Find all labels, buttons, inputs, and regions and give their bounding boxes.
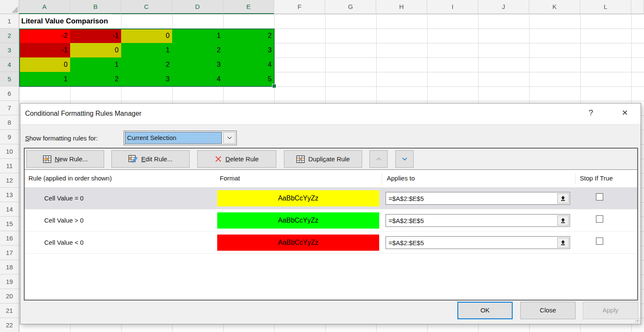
column-header-C[interactable]: C (121, 0, 172, 14)
delete-rule-button[interactable]: Delete Rule (197, 150, 276, 168)
row-header-21[interactable]: 21 (0, 303, 19, 318)
row-header-3[interactable]: 3 (0, 43, 19, 57)
ok-button[interactable]: OK (457, 302, 513, 319)
rule-row-cell-value-eq-0[interactable]: Cell Value = 0 AaBbCcYyZz =$A$2:$E$5 (25, 187, 637, 209)
row-header-8[interactable]: 8 (0, 115, 19, 130)
cell-D5[interactable]: 4 (172, 72, 223, 86)
header-divider (382, 173, 382, 184)
cell-B5[interactable]: 2 (70, 72, 121, 86)
new-rule-label: New Rule... (55, 155, 88, 163)
column-header-F[interactable]: F (274, 0, 325, 14)
range-picker-button[interactable] (557, 193, 569, 203)
rule-format-preview: AaBbCcYyZz (217, 190, 379, 206)
cell-E3[interactable]: 3 (223, 43, 274, 57)
row-header-13[interactable]: 13 (0, 188, 19, 202)
column-header-partial (631, 0, 644, 14)
rules-list: Rule (applied in order shown) Format App… (25, 170, 637, 300)
cell-E2[interactable]: 2 (223, 29, 274, 43)
fill-handle[interactable] (272, 84, 276, 88)
row-header-20[interactable]: 20 (0, 289, 19, 303)
row-header-14[interactable]: 14 (0, 202, 19, 217)
rule-row-cell-value-gt-0[interactable]: Cell Value > 0 AaBbCcYyZz =$A$2:$E$5 (25, 209, 637, 232)
row-headers: 12345678910111213141516171819202122 (0, 14, 19, 332)
cell-D4[interactable]: 3 (172, 57, 223, 72)
row-header-1[interactable]: 1 (0, 14, 19, 29)
cell-A5[interactable]: 1 (19, 72, 70, 86)
stop-if-true-checkbox[interactable] (596, 215, 603, 223)
rule-condition: Cell Value > 0 (44, 209, 84, 232)
column-header-D[interactable]: D (172, 0, 223, 14)
row-header-10[interactable]: 10 (0, 144, 19, 159)
close-icon[interactable]: ✕ (616, 108, 633, 120)
move-rule-down-button[interactable] (395, 150, 414, 168)
table-icon (43, 155, 51, 163)
cell-D2[interactable]: 1 (172, 29, 223, 43)
column-header-B[interactable]: B (70, 0, 121, 14)
row-header-19[interactable]: 19 (0, 275, 19, 289)
cell-A2[interactable]: -2 (19, 29, 70, 43)
row-header-6[interactable]: 6 (0, 86, 19, 101)
row-header-16[interactable]: 16 (0, 231, 19, 246)
cell-E4[interactable]: 4 (223, 57, 274, 72)
row-header-7[interactable]: 7 (0, 101, 19, 115)
row-header-2[interactable]: 2 (0, 29, 19, 43)
collapse-dialog-arrow-icon (560, 195, 566, 201)
cell-B3[interactable]: 0 (70, 43, 121, 57)
row-header-11[interactable]: 11 (0, 159, 19, 173)
range-picker-button[interactable] (557, 238, 569, 248)
cell-A3[interactable]: -1 (19, 43, 70, 57)
applies-to-input[interactable]: =$A$2:$E$5 (386, 214, 570, 227)
collapse-dialog-arrow-icon (560, 240, 566, 246)
column-header-L[interactable]: L (580, 0, 631, 14)
cell-C3[interactable]: 1 (121, 43, 172, 57)
rule-format-preview: AaBbCcYyZz (217, 212, 379, 229)
range-picker-button[interactable] (557, 215, 569, 226)
header-stop-if-true: Stop If True (580, 175, 613, 182)
applies-to-input[interactable]: =$A$2:$E$5 (386, 192, 570, 205)
move-rule-up-button[interactable] (369, 150, 388, 168)
row-header-22[interactable]: 22 (0, 318, 19, 332)
column-header-G[interactable]: G (325, 0, 376, 14)
column-header-K[interactable]: K (529, 0, 580, 14)
chevron-down-icon (402, 157, 408, 161)
cell-C2[interactable]: 0 (121, 29, 172, 43)
duplicate-rule-button[interactable]: Duplicate Rule (284, 150, 362, 168)
column-header-J[interactable]: J (478, 0, 529, 14)
row-header-17[interactable]: 17 (0, 246, 19, 260)
row-header-12[interactable]: 12 (0, 173, 19, 188)
row-header-9[interactable]: 9 (0, 130, 19, 144)
edit-rule-button[interactable]: Edit Rule... (111, 150, 190, 168)
apply-button[interactable]: Apply (583, 302, 638, 319)
cell-B4[interactable]: 1 (70, 57, 121, 72)
column-header-I[interactable]: I (427, 0, 478, 14)
cell-D3[interactable]: 2 (172, 43, 223, 57)
select-all-triangle-icon (11, 6, 18, 13)
stop-if-true-checkbox[interactable] (596, 193, 603, 200)
cell-C5[interactable]: 3 (121, 72, 172, 86)
scope-dropdown[interactable]: Current Selection (124, 131, 237, 145)
cell-C4[interactable]: 2 (121, 57, 172, 72)
select-all-corner[interactable] (0, 0, 19, 14)
dialog-title: Conditional Formatting Rules Manager (25, 110, 142, 117)
row-header-15[interactable]: 15 (0, 217, 19, 231)
column-header-A[interactable]: A (19, 0, 70, 14)
stop-if-true-checkbox[interactable] (596, 238, 603, 245)
cell-A4[interactable]: 0 (19, 57, 70, 72)
row-header-4[interactable]: 4 (0, 57, 19, 72)
cell-A1[interactable]: Literal Value Comparison (21, 14, 111, 29)
conditional-formatting-rules-manager-dialog: Conditional Formatting Rules Manager ? ✕… (20, 103, 641, 324)
help-icon[interactable]: ? (584, 108, 598, 120)
chevron-down-icon[interactable] (223, 132, 235, 144)
cell-E5[interactable]: 5 (223, 72, 274, 86)
row-header-5[interactable]: 5 (0, 72, 19, 86)
applies-to-value: =$A$2:$E$5 (386, 217, 557, 224)
column-header-H[interactable]: H (376, 0, 427, 14)
applies-to-input[interactable]: =$A$2:$E$5 (386, 236, 570, 249)
new-rule-button[interactable]: New Rule... (26, 150, 104, 168)
duplicate-rule-label: Duplicate Rule (308, 155, 350, 163)
close-button[interactable]: Close (520, 302, 576, 319)
column-header-E[interactable]: E (223, 0, 274, 14)
row-header-18[interactable]: 18 (0, 260, 19, 275)
cell-B2[interactable]: -1 (70, 29, 121, 43)
rule-row-cell-value-lt-0[interactable]: Cell Value < 0 AaBbCcYyZz =$A$2:$E$5 (25, 232, 637, 254)
